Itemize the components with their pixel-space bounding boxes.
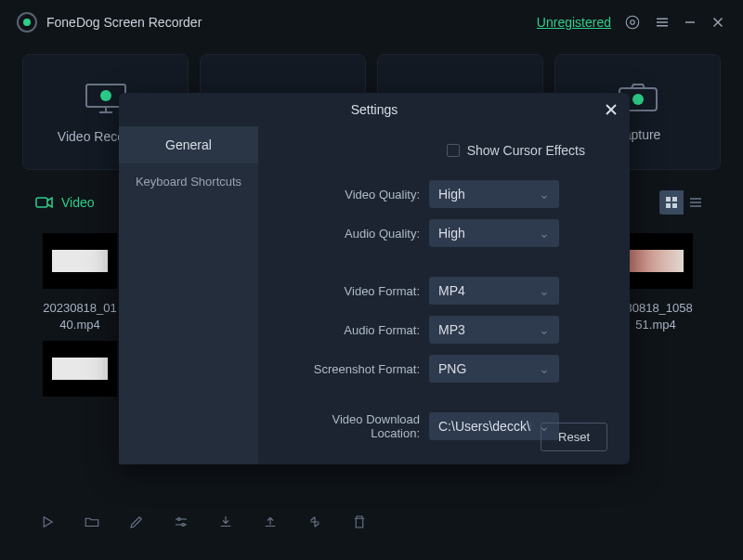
file-name: 20230818_01 40.mp4 — [43, 300, 117, 333]
download-icon — [217, 514, 234, 530]
screenshot-format-select[interactable]: PNG ⌄ — [429, 355, 559, 383]
file-item[interactable] — [43, 341, 117, 397]
minimize-icon — [684, 16, 697, 29]
edit-button[interactable] — [128, 514, 145, 534]
convert-button[interactable] — [306, 514, 323, 534]
video-quality-value: High — [438, 187, 465, 202]
thumbnail — [43, 341, 117, 397]
sidebar-item-general[interactable]: General — [119, 126, 258, 163]
audio-format-label: Audio Format: — [280, 323, 420, 337]
audio-quality-label: Audio Quality: — [280, 227, 420, 241]
video-quality-label: Video Quality: — [280, 188, 420, 202]
modal-header: Settings — [119, 93, 630, 126]
app-logo-icon — [17, 12, 37, 33]
download-location-value: C:\Users\decck\Do — [438, 419, 531, 434]
svg-point-13 — [632, 94, 644, 105]
sidebar-item-shortcuts[interactable]: Keyboard Shortcuts — [119, 163, 258, 200]
menu-button[interactable] — [654, 14, 671, 31]
folder-button[interactable] — [84, 514, 100, 534]
modal-sidebar: General Keyboard Shortcuts — [119, 126, 258, 464]
chevron-down-icon: ⌄ — [539, 187, 550, 202]
modal-body: General Keyboard Shortcuts Show Cursor E… — [119, 126, 630, 464]
thumbnail — [43, 233, 117, 289]
file-item[interactable]: 230818_1058 51.mp4 — [619, 233, 693, 333]
download-button[interactable] — [217, 514, 234, 534]
file-item[interactable]: 20230818_01 40.mp4 — [43, 233, 117, 333]
video-format-label: Video Format: — [280, 284, 420, 298]
svg-rect-17 — [666, 203, 671, 208]
settings-button[interactable] — [624, 14, 641, 31]
video-quality-row: Video Quality: High ⌄ — [280, 180, 607, 208]
app-title: FoneDog Screen Recorder — [46, 15, 202, 30]
list-icon — [689, 196, 702, 209]
svg-point-1 — [626, 16, 639, 29]
bottom-toolbar — [39, 514, 368, 534]
close-icon — [710, 14, 726, 31]
download-location-select[interactable]: C:\Users\decck\Do ⌄ — [429, 412, 559, 440]
view-grid-button[interactable] — [659, 190, 684, 215]
video-format-select[interactable]: MP4 ⌄ — [429, 277, 559, 305]
audio-quality-select[interactable]: High ⌄ — [429, 219, 559, 247]
svg-rect-15 — [666, 197, 671, 202]
view-toggle — [659, 190, 708, 215]
modal-title: Settings — [351, 102, 398, 117]
audio-quality-row: Audio Quality: High ⌄ — [280, 219, 607, 247]
audio-quality-value: High — [438, 226, 465, 241]
close-icon — [606, 104, 617, 115]
svg-rect-18 — [672, 203, 677, 208]
settings-modal: Settings General Keyboard Shortcuts Show… — [119, 93, 630, 464]
titlebar-left: FoneDog Screen Recorder — [17, 12, 202, 33]
gear-icon — [624, 14, 641, 31]
reset-button[interactable]: Reset — [541, 423, 607, 451]
screenshot-format-row: Screenshot Format: PNG ⌄ — [280, 355, 607, 383]
file-name: 230818_1058 51.mp4 — [619, 300, 693, 333]
hamburger-icon — [654, 14, 671, 31]
svg-rect-14 — [36, 198, 47, 207]
folder-icon — [84, 514, 100, 530]
audio-format-row: Audio Format: MP3 ⌄ — [280, 316, 607, 344]
sliders-icon — [173, 514, 189, 530]
modal-content: Show Cursor Effects Video Quality: High … — [258, 126, 630, 464]
share-button[interactable] — [262, 514, 279, 534]
chevron-down-icon: ⌄ — [539, 322, 550, 337]
unregistered-link[interactable]: Unregistered — [537, 15, 611, 30]
tab-video[interactable]: Video — [35, 195, 95, 210]
show-cursor-label: Show Cursor Effects — [467, 143, 585, 158]
tab-video-label: Video — [61, 195, 95, 210]
play-button[interactable] — [39, 514, 56, 534]
video-format-row: Video Format: MP4 ⌄ — [280, 277, 607, 305]
chevron-down-icon: ⌄ — [539, 226, 550, 241]
svg-marker-22 — [44, 517, 52, 527]
audio-format-select[interactable]: MP3 ⌄ — [429, 316, 559, 344]
titlebar: FoneDog Screen Recorder Unregistered — [0, 0, 743, 45]
video-format-value: MP4 — [438, 283, 465, 298]
modal-close-button[interactable] — [606, 100, 617, 120]
video-quality-select[interactable]: High ⌄ — [429, 180, 559, 208]
screenshot-format-value: PNG — [438, 361, 466, 376]
screenshot-format-label: Screenshot Format: — [280, 362, 420, 376]
trash-icon — [351, 514, 368, 530]
download-location-label: Video Download Location: — [280, 412, 420, 440]
svg-point-11 — [100, 90, 111, 101]
minimize-button[interactable] — [684, 16, 697, 29]
pencil-icon — [128, 514, 145, 530]
close-button[interactable] — [710, 14, 726, 31]
adjust-button[interactable] — [173, 514, 189, 534]
show-cursor-checkbox[interactable] — [447, 144, 460, 157]
delete-button[interactable] — [351, 514, 368, 534]
convert-icon — [306, 514, 323, 530]
svg-rect-16 — [672, 197, 677, 202]
chevron-down-icon: ⌄ — [539, 361, 550, 376]
grid-icon — [665, 196, 678, 209]
view-list-button[interactable] — [684, 190, 708, 215]
chevron-down-icon: ⌄ — [539, 283, 550, 298]
show-cursor-row: Show Cursor Effects — [280, 143, 607, 158]
share-icon — [262, 514, 279, 530]
thumbnail — [619, 233, 693, 289]
svg-point-0 — [631, 20, 635, 25]
play-icon — [39, 514, 56, 530]
videocam-icon — [35, 196, 54, 209]
audio-format-value: MP3 — [438, 322, 465, 337]
titlebar-right: Unregistered — [537, 14, 726, 31]
